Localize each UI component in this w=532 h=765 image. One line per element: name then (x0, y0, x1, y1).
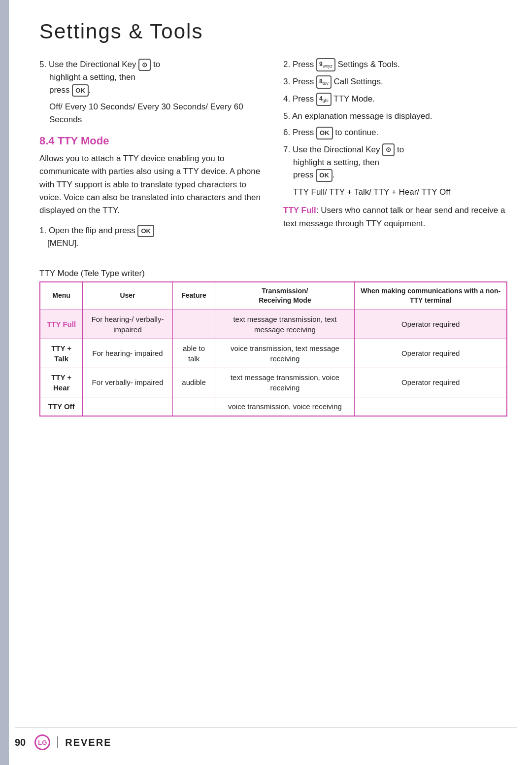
step-7: 7. Use the Directional Key ⊙ to highligh… (283, 143, 507, 182)
tty-mode-table: Menu User Feature Transmission/Receiving… (39, 281, 507, 417)
step-5-left: 5. Use the Directional Key ⊙ to highligh… (39, 58, 264, 97)
cell-user: For hearing- impaired (83, 339, 172, 368)
col-header-feature: Feature (172, 282, 215, 310)
step-6: 6. Press OK to continue. (283, 126, 507, 139)
step-5-right: 5. An explanation message is displayed. (283, 110, 507, 123)
cell-menu: TTY + Talk (40, 339, 83, 368)
cell-terminal: Operator required (355, 368, 507, 397)
cell-menu: TTY Full (40, 310, 83, 339)
key-8-icon: 8tuv (316, 75, 332, 89)
ok-key-icon-4: OK (316, 169, 332, 182)
key-9-icon: 9wxyz (316, 58, 335, 71)
table-row: TTY Full For hearing-/ verbally- impaire… (40, 310, 507, 339)
step-4: 4. Press 4ghi TTY Mode. (283, 93, 507, 106)
ok-key-icon-1: OK (72, 84, 89, 97)
step5-prefix: 5. Use the Directional Key (39, 60, 136, 69)
cell-terminal: Operator required (355, 339, 507, 368)
step-1: 1. Open the flip and press OK [MENU]. (39, 224, 264, 250)
step5-detail1: highlight a setting, then (49, 72, 135, 82)
tty-description: Allows you to attach a TTY device enabli… (39, 152, 264, 217)
step7-to: to (397, 145, 404, 154)
step5-to: to (153, 60, 160, 69)
step-3: 3. Press 8tuv Call Settings. (283, 75, 507, 89)
left-column: 5. Use the Directional Key ⊙ to highligh… (39, 58, 264, 254)
cell-user: For verbally- impaired (83, 368, 172, 397)
key-4-icon: 4ghi (316, 93, 332, 106)
lg-logo: LG (34, 734, 50, 750)
cell-user: For hearing-/ verbally- impaired (83, 310, 172, 339)
table-row: TTY + Hear For verbally- impaired audibl… (40, 368, 507, 397)
ok-key-icon-3: OK (316, 127, 333, 139)
revere-brand: REVERE (65, 737, 111, 748)
table-title: TTY Mode (Tele Type writer) (39, 269, 507, 278)
step4-prefix: 4. Press (283, 94, 314, 104)
step-2: 2. Press 9wxyz Settings & Tools. (283, 58, 507, 71)
cell-user (83, 397, 172, 416)
step7-detail2: press (293, 170, 314, 179)
col-header-menu: Menu (40, 282, 83, 310)
step1-prefix: 1. Open the flip and press (39, 226, 135, 235)
col-header-user: User (83, 282, 172, 310)
step7-detail1: highlight a setting, then (293, 158, 379, 167)
tty-full-desc: : Users who cannot talk or hear send and… (283, 206, 505, 228)
indented-options: Off/ Every 10 Seconds/ Every 30 Seconds/… (49, 101, 264, 126)
table-row: TTY + Talk For hearing- impaired able to… (40, 339, 507, 368)
step6-suffix: to continue. (335, 128, 378, 137)
tty-full-label: TTY Full (283, 206, 316, 215)
table-section: TTY Mode (Tele Type writer) Menu User Fe… (39, 269, 507, 417)
footer-divider (57, 736, 58, 748)
table-header-row: Menu User Feature Transmission/Receiving… (40, 282, 507, 310)
step3-suffix: Call Settings. (334, 77, 383, 86)
cell-terminal (355, 397, 507, 416)
ok-key-icon-2: OK (137, 225, 154, 238)
step1-menu: [MENU]. (47, 239, 79, 248)
cell-transmission: voice transmission, voice receiving (215, 397, 355, 416)
cell-feature: audible (172, 368, 215, 397)
cell-menu: TTY Off (40, 397, 83, 416)
cell-feature (172, 397, 215, 416)
step2-prefix: 2. Press (283, 60, 314, 69)
cell-menu: TTY + Hear (40, 368, 83, 397)
right-column: 2. Press 9wxyz Settings & Tools. 3. Pres… (283, 58, 507, 254)
step3-prefix: 3. Press (283, 77, 314, 86)
cell-feature (172, 310, 215, 339)
tty-mode-heading: 8.4 TTY Mode (39, 135, 264, 147)
directional-key-icon-2: ⊙ (382, 143, 395, 156)
tty-options: TTY Full/ TTY + Talk/ TTY + Hear/ TTY Of… (293, 186, 507, 199)
page-number: 90 (15, 737, 26, 748)
cell-transmission: text message transmission, voice receivi… (215, 368, 355, 397)
cell-transmission: voice transmission, text message receivi… (215, 339, 355, 368)
step5-detail2-prefix: press (49, 85, 70, 95)
table-row: TTY Off voice transmission, voice receiv… (40, 397, 507, 416)
step7-prefix: 7. Use the Directional Key (283, 145, 380, 154)
page-title: Settings & Tools (39, 20, 507, 43)
col-header-transmission: Transmission/Receiving Mode (215, 282, 355, 310)
left-bar (0, 0, 9, 765)
cell-transmission: text message transmission, text message … (215, 310, 355, 339)
cell-feature: able to talk (172, 339, 215, 368)
col-header-terminal: When making communications with a non-TT… (355, 282, 507, 310)
cell-terminal: Operator required (355, 310, 507, 339)
step6-prefix: 6. Press (283, 128, 314, 137)
step5-text: 5. An explanation message is displayed. (283, 110, 507, 123)
step2-suffix: Settings & Tools. (338, 60, 400, 69)
step4-suffix: TTY Mode. (333, 94, 375, 104)
tty-full-description: TTY Full: Users who cannot talk or hear … (283, 204, 507, 230)
footer: 90 LG REVERE (15, 727, 517, 750)
directional-key-icon: ⊙ (138, 59, 151, 71)
